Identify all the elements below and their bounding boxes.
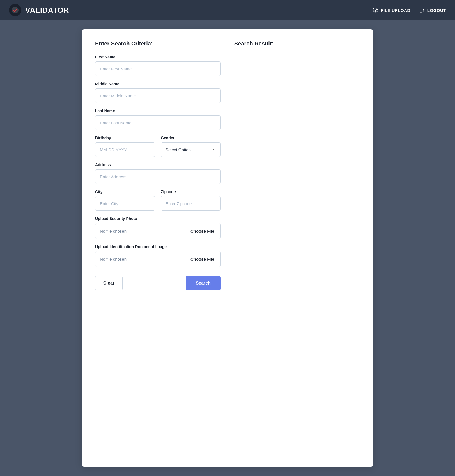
header-left: VALIDATOR: [9, 4, 69, 16]
security-photo-group: Upload Security Photo No file chosen Cho…: [95, 216, 221, 239]
security-photo-choose-button[interactable]: Choose File: [184, 223, 220, 239]
first-name-input[interactable]: [95, 61, 221, 76]
city-label: City: [95, 189, 155, 194]
header-right: FILE UPLOAD LOGOUT: [373, 7, 446, 13]
logout-button[interactable]: LOGOUT: [419, 7, 446, 13]
app-header: VALIDATOR FILE UPLOAD LOGOUT: [0, 0, 455, 20]
clear-button[interactable]: Clear: [95, 276, 123, 290]
last-name-input[interactable]: [95, 115, 221, 130]
id-document-group: Upload Identification Document Image No …: [95, 244, 221, 267]
main-content: Enter Search Criteria: First Name Middle…: [0, 20, 455, 476]
gender-label: Gender: [161, 136, 221, 140]
city-input[interactable]: [95, 196, 155, 211]
search-button[interactable]: Search: [186, 276, 221, 290]
last-name-label: Last Name: [95, 109, 221, 113]
id-document-label: Upload Identification Document Image: [95, 244, 221, 249]
first-name-label: First Name: [95, 55, 221, 59]
security-photo-no-file: No file chosen: [95, 229, 184, 234]
upload-icon: [373, 7, 378, 13]
address-label: Address: [95, 163, 221, 167]
svg-point-0: [12, 7, 19, 13]
logo-circle: [9, 4, 21, 16]
birthday-gender-row: Birthday Gender Select Option Male Femal…: [95, 136, 221, 157]
zipcode-group: Zipcode: [161, 189, 221, 211]
gender-group: Gender Select Option Male Female Other: [161, 136, 221, 157]
address-input[interactable]: [95, 169, 221, 184]
birthday-input[interactable]: [95, 142, 155, 157]
zipcode-input[interactable]: [161, 196, 221, 211]
card-inner: Enter Search Criteria: First Name Middle…: [95, 40, 360, 290]
left-panel: Enter Search Criteria: First Name Middle…: [95, 40, 221, 290]
gender-select[interactable]: Select Option Male Female Other: [161, 142, 221, 157]
right-panel: Search Result:: [234, 40, 360, 290]
birthday-group: Birthday: [95, 136, 155, 157]
app-title: VALIDATOR: [25, 6, 69, 15]
security-photo-label: Upload Security Photo: [95, 216, 221, 221]
first-name-group: First Name: [95, 55, 221, 76]
id-document-no-file: No file chosen: [95, 257, 184, 262]
city-zip-row: City Zipcode: [95, 189, 221, 211]
id-document-upload-area: No file chosen Choose File: [95, 251, 221, 267]
file-upload-button[interactable]: FILE UPLOAD: [373, 7, 410, 13]
search-result-title: Search Result:: [234, 40, 360, 47]
form-actions: Clear Search: [95, 276, 221, 290]
id-document-choose-button[interactable]: Choose File: [184, 251, 220, 267]
middle-name-label: Middle Name: [95, 82, 221, 86]
city-group: City: [95, 189, 155, 211]
birthday-label: Birthday: [95, 136, 155, 140]
logo-icon: [12, 6, 19, 14]
logout-label: LOGOUT: [427, 8, 446, 13]
main-card: Enter Search Criteria: First Name Middle…: [82, 29, 373, 467]
address-group: Address: [95, 163, 221, 184]
middle-name-input[interactable]: [95, 88, 221, 103]
security-photo-upload-area: No file chosen Choose File: [95, 223, 221, 239]
file-upload-label: FILE UPLOAD: [381, 8, 410, 13]
zipcode-label: Zipcode: [161, 189, 221, 194]
search-criteria-title: Enter Search Criteria:: [95, 40, 221, 47]
logout-icon: [419, 7, 425, 13]
last-name-group: Last Name: [95, 109, 221, 130]
middle-name-group: Middle Name: [95, 82, 221, 103]
